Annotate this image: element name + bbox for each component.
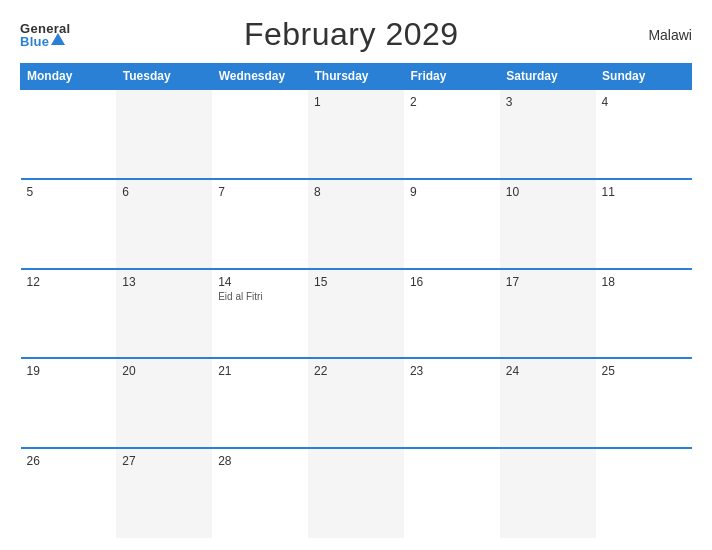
day-number: 19 bbox=[27, 364, 111, 378]
calendar-week-row: 19202122232425 bbox=[21, 358, 692, 448]
calendar-week-row: 262728 bbox=[21, 448, 692, 538]
calendar-week-row: 567891011 bbox=[21, 179, 692, 269]
day-number: 24 bbox=[506, 364, 590, 378]
day-number: 7 bbox=[218, 185, 302, 199]
calendar-cell: 26 bbox=[21, 448, 117, 538]
day-number: 8 bbox=[314, 185, 398, 199]
col-header-saturday: Saturday bbox=[500, 64, 596, 90]
header: General Blue February 2029 Malawi bbox=[20, 16, 692, 53]
calendar-cell: 13 bbox=[116, 269, 212, 359]
calendar-cell bbox=[404, 448, 500, 538]
calendar-cell: 17 bbox=[500, 269, 596, 359]
calendar-cell: 24 bbox=[500, 358, 596, 448]
calendar-cell: 4 bbox=[596, 89, 692, 179]
day-number: 17 bbox=[506, 275, 590, 289]
calendar-cell: 28 bbox=[212, 448, 308, 538]
calendar-cell: 14Eid al Fitri bbox=[212, 269, 308, 359]
calendar-cell: 20 bbox=[116, 358, 212, 448]
calendar-cell: 1 bbox=[308, 89, 404, 179]
calendar-cell: 3 bbox=[500, 89, 596, 179]
day-number: 14 bbox=[218, 275, 302, 289]
calendar-cell bbox=[116, 89, 212, 179]
day-number: 28 bbox=[218, 454, 302, 468]
day-number: 20 bbox=[122, 364, 206, 378]
calendar-table: MondayTuesdayWednesdayThursdayFridaySatu… bbox=[20, 63, 692, 538]
col-header-friday: Friday bbox=[404, 64, 500, 90]
logo: General Blue bbox=[20, 22, 71, 48]
day-number: 27 bbox=[122, 454, 206, 468]
day-number: 3 bbox=[506, 95, 590, 109]
event-label: Eid al Fitri bbox=[218, 291, 302, 302]
calendar-cell: 5 bbox=[21, 179, 117, 269]
calendar-cell: 15 bbox=[308, 269, 404, 359]
day-number: 22 bbox=[314, 364, 398, 378]
calendar-cell bbox=[500, 448, 596, 538]
day-number: 25 bbox=[602, 364, 686, 378]
calendar-page: General Blue February 2029 Malawi Monday… bbox=[0, 0, 712, 550]
calendar-cell bbox=[308, 448, 404, 538]
logo-triangle-icon bbox=[51, 33, 65, 45]
logo-blue-text: Blue bbox=[20, 35, 49, 48]
day-number: 18 bbox=[602, 275, 686, 289]
day-number: 6 bbox=[122, 185, 206, 199]
calendar-cell: 19 bbox=[21, 358, 117, 448]
calendar-cell: 10 bbox=[500, 179, 596, 269]
day-number: 1 bbox=[314, 95, 398, 109]
day-number: 13 bbox=[122, 275, 206, 289]
day-number: 5 bbox=[27, 185, 111, 199]
calendar-cell: 11 bbox=[596, 179, 692, 269]
day-number: 11 bbox=[602, 185, 686, 199]
col-header-wednesday: Wednesday bbox=[212, 64, 308, 90]
calendar-cell bbox=[21, 89, 117, 179]
calendar-cell: 18 bbox=[596, 269, 692, 359]
day-number: 21 bbox=[218, 364, 302, 378]
day-number: 9 bbox=[410, 185, 494, 199]
calendar-cell: 16 bbox=[404, 269, 500, 359]
calendar-cell: 23 bbox=[404, 358, 500, 448]
calendar-cell: 9 bbox=[404, 179, 500, 269]
country-label: Malawi bbox=[632, 27, 692, 43]
day-number: 26 bbox=[27, 454, 111, 468]
calendar-cell: 22 bbox=[308, 358, 404, 448]
day-number: 10 bbox=[506, 185, 590, 199]
calendar-cell: 2 bbox=[404, 89, 500, 179]
calendar-cell: 25 bbox=[596, 358, 692, 448]
calendar-week-row: 1234 bbox=[21, 89, 692, 179]
day-number: 16 bbox=[410, 275, 494, 289]
day-number: 23 bbox=[410, 364, 494, 378]
calendar-cell: 12 bbox=[21, 269, 117, 359]
col-header-tuesday: Tuesday bbox=[116, 64, 212, 90]
calendar-cell: 7 bbox=[212, 179, 308, 269]
col-header-sunday: Sunday bbox=[596, 64, 692, 90]
day-number: 15 bbox=[314, 275, 398, 289]
col-header-monday: Monday bbox=[21, 64, 117, 90]
day-number: 2 bbox=[410, 95, 494, 109]
calendar-cell: 21 bbox=[212, 358, 308, 448]
day-number: 4 bbox=[602, 95, 686, 109]
day-number: 12 bbox=[27, 275, 111, 289]
col-header-thursday: Thursday bbox=[308, 64, 404, 90]
calendar-cell: 6 bbox=[116, 179, 212, 269]
calendar-header-row: MondayTuesdayWednesdayThursdayFridaySatu… bbox=[21, 64, 692, 90]
calendar-cell: 8 bbox=[308, 179, 404, 269]
calendar-cell: 27 bbox=[116, 448, 212, 538]
calendar-week-row: 121314Eid al Fitri15161718 bbox=[21, 269, 692, 359]
calendar-title: February 2029 bbox=[244, 16, 459, 53]
calendar-cell bbox=[596, 448, 692, 538]
calendar-cell bbox=[212, 89, 308, 179]
